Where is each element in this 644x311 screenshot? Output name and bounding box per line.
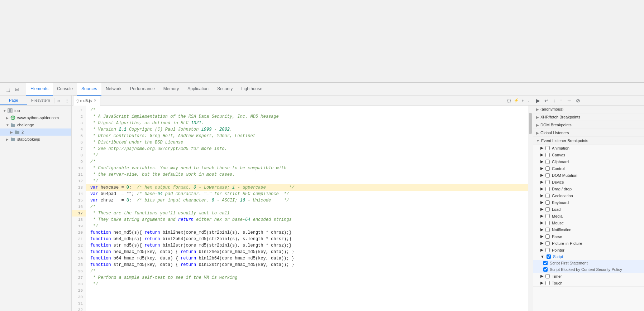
- sidebar-more-icon[interactable]: »: [54, 98, 63, 103]
- scroll-thumb[interactable]: [529, 113, 532, 134]
- inspect-element-icon[interactable]: ⬚: [4, 85, 11, 93]
- code-content[interactable]: /* * A JavaScript implementation of the …: [86, 106, 528, 311]
- sidebar-tab-filesystem[interactable]: Filesystem: [27, 97, 54, 105]
- bp-item-animation[interactable]: ▶ Animation: [533, 145, 644, 151]
- bp-item-touch[interactable]: ▶ Touch: [533, 280, 644, 286]
- bp-item-pip[interactable]: ▶ Picture-in-Picture: [533, 240, 644, 247]
- code-editor[interactable]: 1234567891011121314151617181920212223242…: [72, 106, 533, 311]
- bp-checkbox-timer[interactable]: [545, 274, 550, 278]
- code-line-6: * Distributed under the BSD License: [86, 139, 528, 146]
- bp-group-header-dom[interactable]: ▶ DOM Breakpoints: [533, 121, 644, 129]
- bp-checkbox-media[interactable]: [545, 214, 550, 218]
- bp-item-pointer[interactable]: ▶ Pointer: [533, 247, 644, 253]
- sidebar-tab-page[interactable]: Page: [0, 97, 27, 105]
- folder-icon-2: [14, 129, 20, 135]
- bp-item-arrow-parse: ▶: [540, 234, 543, 239]
- bp-checkbox-canvas[interactable]: [545, 153, 550, 157]
- tab-application[interactable]: Application: [183, 83, 213, 96]
- format-btn[interactable]: ⚡: [513, 97, 520, 103]
- bp-item-geolocation[interactable]: ▶ Geolocation: [533, 192, 644, 199]
- bp-group-header-global[interactable]: ▶ Global Listeners: [533, 129, 644, 137]
- bp-group-header-anonymous[interactable]: ▶ (anonymous): [533, 106, 644, 113]
- bp-checkbox-parse[interactable]: [545, 234, 550, 239]
- bp-item-clipboard[interactable]: ▶ Clipboard: [533, 158, 644, 165]
- bp-checkbox-animation[interactable]: [545, 146, 550, 150]
- tab-memory[interactable]: Memory: [159, 83, 183, 96]
- bp-item-notification[interactable]: ▶ Notification: [533, 226, 644, 233]
- step-into-btn[interactable]: ↓: [552, 97, 557, 104]
- tab-elements-label: Elements: [30, 86, 48, 91]
- code-line-34: */: [86, 281, 528, 287]
- bp-item-script[interactable]: ▼ Script: [533, 253, 644, 260]
- code-line-25: function hex_md5(s){ return binl2hex(cor…: [86, 229, 528, 236]
- tab-lighthouse[interactable]: Lighthouse: [237, 83, 267, 96]
- bp-item-device[interactable]: ▶ Device: [533, 179, 644, 185]
- bp-item-parse[interactable]: ▶ Parse: [533, 233, 644, 240]
- vertical-scrollbar[interactable]: [528, 106, 533, 311]
- bp-group-header-xhr[interactable]: ▶ XHR/fetch Breakpoints: [533, 113, 644, 121]
- bp-item-script-first-statement[interactable]: Script First Statement: [533, 260, 644, 266]
- bp-item-media[interactable]: ▶ Media: [533, 213, 644, 219]
- step-btn[interactable]: →: [565, 97, 573, 104]
- device-toolbar-icon[interactable]: ⊟: [13, 85, 21, 93]
- bp-checkbox-geolocation[interactable]: [545, 194, 550, 198]
- tab-sources[interactable]: Sources: [77, 83, 101, 96]
- pretty-print-btn[interactable]: { }: [506, 98, 511, 103]
- tab-elements[interactable]: Elements: [26, 83, 53, 96]
- bp-item-dom-mutation[interactable]: ▶ DOM Mutation: [533, 172, 644, 179]
- bp-checkbox-script[interactable]: [547, 254, 551, 259]
- bp-item-keyboard[interactable]: ▶ Keyboard: [533, 199, 644, 206]
- bp-checkbox-script-first-statement[interactable]: [543, 261, 548, 265]
- bp-checkbox-pointer[interactable]: [545, 248, 550, 252]
- add-script-snippet-btn[interactable]: +: [521, 98, 525, 103]
- bp-label-timer: Timer: [552, 274, 641, 278]
- bp-item-load[interactable]: ▶ Load: [533, 206, 644, 213]
- editor-tab-close-btn[interactable]: ×: [93, 98, 97, 103]
- bp-group-header-event-listener[interactable]: ▼ Event Listener Breakpoints: [533, 137, 644, 145]
- tree-item-top[interactable]: ▼ top: [0, 107, 71, 114]
- tab-memory-label: Memory: [163, 86, 179, 91]
- more-options-btn[interactable]: ⋮: [526, 97, 531, 103]
- bp-item-arrow-pip: ▶: [540, 241, 543, 246]
- tree-item-static[interactable]: ▶ static/boke/js: [0, 136, 71, 143]
- bp-item-mouse[interactable]: ▶ Mouse: [533, 219, 644, 226]
- bp-checkbox-drag-drop[interactable]: [545, 187, 550, 191]
- bp-checkbox-clipboard[interactable]: [545, 160, 550, 164]
- tree-item-domain[interactable]: ▶ www.python-spider.com: [0, 114, 71, 121]
- code-line-30: function str_hmac_md5(key, data) { retur…: [86, 262, 528, 268]
- tree-item-2[interactable]: ▶ 2: [0, 128, 71, 136]
- bp-checkbox-notification[interactable]: [545, 228, 550, 232]
- bp-checkbox-touch[interactable]: [545, 281, 550, 285]
- bp-item-timer[interactable]: ▶ Timer: [533, 273, 644, 280]
- step-out-btn[interactable]: ↑: [558, 97, 564, 104]
- bp-checkbox-device[interactable]: [545, 180, 550, 184]
- tab-network-label: Network: [106, 86, 121, 91]
- bp-item-control[interactable]: ▶ Control: [533, 165, 644, 172]
- bp-item-script-blocked[interactable]: Script Blocked by Content Security Polic…: [533, 266, 644, 273]
- tab-performance[interactable]: Performance: [126, 83, 159, 96]
- tree-label-challenge: challenge: [17, 123, 34, 127]
- tab-security[interactable]: Security: [213, 83, 237, 96]
- bp-item-canvas[interactable]: ▶ Canvas: [533, 151, 644, 158]
- bp-checkbox-script-blocked[interactable]: [543, 267, 548, 272]
- deactivate-breakpoints-btn[interactable]: ⊘: [574, 97, 582, 104]
- tree-item-challenge[interactable]: ▼ challenge: [0, 121, 71, 128]
- sidebar-menu-icon[interactable]: ⋮: [63, 98, 71, 103]
- step-over-btn[interactable]: ↩: [543, 97, 550, 104]
- editor-tab-md5js[interactable]: {} md5.js ×: [73, 96, 100, 106]
- resume-btn[interactable]: ▶: [535, 97, 542, 104]
- bp-label-pip: Picture-in-Picture: [552, 241, 641, 246]
- frame-icon: [7, 108, 13, 113]
- tab-console[interactable]: Console: [53, 83, 77, 96]
- line-number-19: 19: [72, 223, 86, 229]
- bp-checkbox-mouse[interactable]: [545, 221, 550, 225]
- bp-checkbox-pip[interactable]: [545, 241, 550, 246]
- bp-checkbox-control[interactable]: [545, 166, 550, 171]
- bp-item-arrow-notification: ▶: [540, 227, 543, 232]
- bp-checkbox-keyboard[interactable]: [545, 200, 550, 205]
- bp-checkbox-load[interactable]: [545, 207, 550, 212]
- code-line-27: function str_md5(s){ return binl2str(cor…: [86, 242, 528, 249]
- tab-network[interactable]: Network: [101, 83, 126, 96]
- bp-item-drag-drop[interactable]: ▶ Drag / drop: [533, 185, 644, 192]
- bp-checkbox-dom-mutation[interactable]: [545, 173, 550, 178]
